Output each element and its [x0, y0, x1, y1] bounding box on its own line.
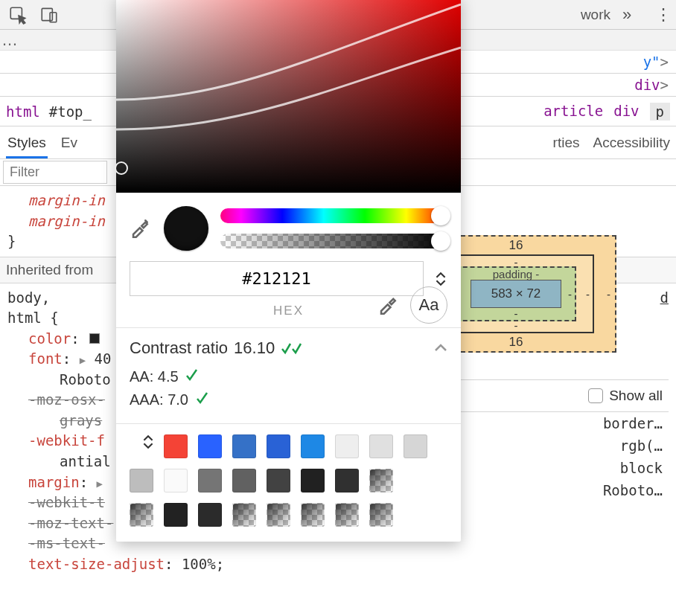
- show-all-checkbox[interactable]: [588, 388, 603, 403]
- aaa-pass-icon: [196, 391, 211, 408]
- contrast-collapse-icon[interactable]: [434, 340, 447, 356]
- palette-swatch[interactable]: [335, 469, 359, 493]
- tab-styles[interactable]: Styles: [6, 127, 48, 158]
- prop-moz-text[interactable]: -moz-text-: [28, 515, 113, 531]
- aa-threshold: 4.5: [158, 368, 179, 385]
- palette-swatch[interactable]: [198, 469, 222, 493]
- hue-thumb[interactable]: [431, 206, 450, 225]
- font-value[interactable]: 40: [95, 350, 112, 367]
- color-palette: [116, 423, 461, 542]
- device-toggle-icon[interactable]: [36, 3, 63, 27]
- padding-label: padding -: [457, 268, 575, 280]
- attr-value-fragment: y": [643, 54, 660, 70]
- select-element-icon[interactable]: [4, 3, 31, 27]
- selector-body[interactable]: body,: [7, 289, 50, 306]
- bg-eyedropper-icon[interactable]: [377, 292, 400, 318]
- show-all-label: Show all: [609, 388, 663, 404]
- palette-swatch[interactable]: [335, 434, 359, 458]
- palette-swatch[interactable]: [369, 434, 393, 458]
- breadcrumb-div[interactable]: div: [613, 103, 639, 121]
- contrast-label: Contrast ratio: [130, 339, 228, 358]
- aa-label: AA:: [130, 368, 153, 385]
- palette-swatch-alpha[interactable]: [369, 503, 393, 527]
- palette-swatch-alpha[interactable]: [301, 503, 325, 527]
- prop-ms-text[interactable]: -ms-text-: [28, 535, 105, 551]
- palette-swatch[interactable]: [267, 469, 290, 493]
- palette-swatch[interactable]: [164, 503, 188, 527]
- palette-swatch[interactable]: [198, 434, 222, 458]
- palette-swatch-alpha[interactable]: [232, 503, 256, 527]
- palette-swatch[interactable]: [404, 434, 427, 458]
- color-format-switcher[interactable]: [434, 272, 447, 286]
- palette-swatch[interactable]: [301, 434, 325, 458]
- palette-swatch[interactable]: [164, 469, 188, 493]
- palette-swatch[interactable]: [267, 434, 290, 458]
- expand-shorthand-icon[interactable]: ▶: [80, 354, 86, 366]
- prop-font[interactable]: font: [28, 350, 63, 367]
- palette-swatch-alpha[interactable]: [267, 503, 290, 527]
- breadcrumb-article[interactable]: article: [543, 103, 603, 121]
- tab-properties-fragment[interactable]: rties: [553, 135, 580, 151]
- palette-swatch[interactable]: [198, 503, 222, 527]
- val-grayscale: grays: [60, 412, 102, 429]
- breadcrumb-html[interactable]: html: [6, 103, 40, 120]
- prop-color[interactable]: color: [28, 330, 71, 347]
- aaa-threshold: 7.0: [168, 391, 188, 408]
- hue-slider[interactable]: [220, 208, 447, 223]
- aa-pass-icon: [185, 368, 200, 385]
- prop-margin-inline-2[interactable]: margin-in: [28, 213, 105, 229]
- alpha-slider[interactable]: [220, 234, 447, 248]
- val-text-size-adjust[interactable]: 100%;: [182, 556, 224, 572]
- kebab-menu-icon[interactable]: ⋮: [655, 5, 672, 25]
- palette-swatch-alpha[interactable]: [369, 469, 393, 493]
- styles-filter-input[interactable]: [3, 161, 107, 184]
- palette-swatch-alpha[interactable]: [335, 503, 359, 527]
- prop-webkit-font[interactable]: -webkit-f: [28, 432, 105, 449]
- breadcrumb-selector[interactable]: #top_: [49, 103, 92, 120]
- text-sample-button[interactable]: Aa: [410, 286, 447, 324]
- tab-network-fragment[interactable]: work: [581, 7, 618, 23]
- font-family-roboto: Roboto: [60, 371, 111, 388]
- tabs-overflow-icon[interactable]: »: [618, 5, 636, 25]
- contrast-pass-icon: [281, 341, 307, 356]
- prop-webkit-text[interactable]: -webkit-t: [28, 494, 105, 510]
- prop-margin-inline-1[interactable]: margin-in: [28, 192, 105, 208]
- palette-swatch[interactable]: [232, 434, 256, 458]
- color-swatch[interactable]: [89, 333, 100, 344]
- alpha-thumb[interactable]: [431, 231, 450, 251]
- palette-swatch[interactable]: [130, 469, 153, 493]
- color-picker: HEX Contrast ratio 16.10 AA: 4.5 AAA:: [116, 0, 461, 542]
- prop-text-size-adjust[interactable]: text-size-adjust: [28, 556, 165, 572]
- palette-swatch[interactable]: [301, 469, 325, 493]
- eyedropper-icon[interactable]: [130, 216, 152, 242]
- contrast-value: 16.10: [234, 339, 275, 358]
- prop-moz-osx[interactable]: -moz-osx-: [28, 391, 105, 408]
- palette-swatch[interactable]: [164, 434, 188, 458]
- saturation-lightness-area[interactable]: [116, 0, 461, 193]
- selector-html[interactable]: html {: [7, 309, 59, 326]
- svg-rect-1: [42, 8, 52, 20]
- current-color-swatch: [164, 206, 208, 251]
- palette-switcher[interactable]: [141, 434, 155, 460]
- breadcrumb-p-current[interactable]: p: [650, 103, 670, 121]
- tab-accessibility[interactable]: Accessibility: [593, 135, 670, 151]
- prop-margin[interactable]: margin: [28, 474, 80, 490]
- val-antialiased: antial: [60, 453, 111, 469]
- aaa-label: AAA:: [130, 391, 164, 408]
- saturation-handle[interactable]: [115, 161, 128, 175]
- expand-margin-icon[interactable]: ▶: [97, 478, 103, 490]
- content-size: 583 × 72: [471, 280, 561, 308]
- tab-eventlisteners-fragment[interactable]: Ev: [61, 135, 77, 151]
- palette-swatch-alpha[interactable]: [130, 503, 153, 527]
- palette-swatch[interactable]: [232, 469, 256, 493]
